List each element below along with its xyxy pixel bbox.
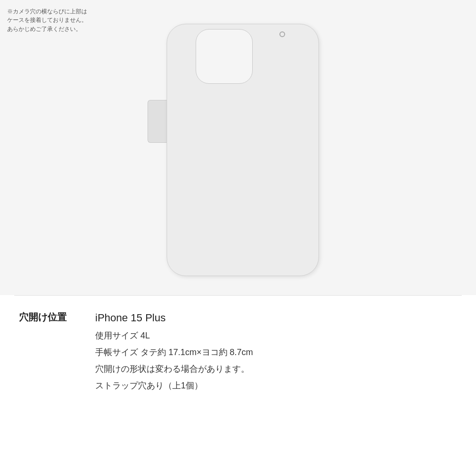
strap-hole bbox=[279, 31, 285, 37]
phone-case-wrapper bbox=[148, 24, 328, 281]
hole-position-label: 穴開け位置 bbox=[19, 310, 95, 392]
size-info: 使用サイズ 4L bbox=[95, 329, 457, 342]
product-info-section: 穴開け位置 iPhone 15 Plus 使用サイズ 4L 手帳サイズ タテ約 … bbox=[0, 296, 476, 402]
case-body bbox=[167, 24, 319, 276]
dimension-info: 手帳サイズ タテ約 17.1cm×ヨコ約 8.7cm bbox=[95, 346, 457, 359]
strap-note: ストラップ穴あり（上1個） bbox=[95, 379, 457, 392]
camera-note: ※カメラ穴の横ならびに上部は ケースを接着しておりません。 あらかじめご了承くだ… bbox=[7, 7, 93, 33]
case-illustration: ※カメラ穴の横ならびに上部は ケースを接着しておりません。 あらかじめご了承くだ… bbox=[0, 0, 476, 295]
camera-cutout bbox=[196, 29, 253, 84]
shape-note: 穴開けの形状は変わる場合があります。 bbox=[95, 363, 457, 376]
model-name: iPhone 15 Plus bbox=[95, 310, 457, 326]
product-details: iPhone 15 Plus 使用サイズ 4L 手帳サイズ タテ約 17.1cm… bbox=[95, 310, 457, 392]
page-container: ※カメラ穴の横ならびに上部は ケースを接着しておりません。 あらかじめご了承くだ… bbox=[0, 0, 476, 476]
